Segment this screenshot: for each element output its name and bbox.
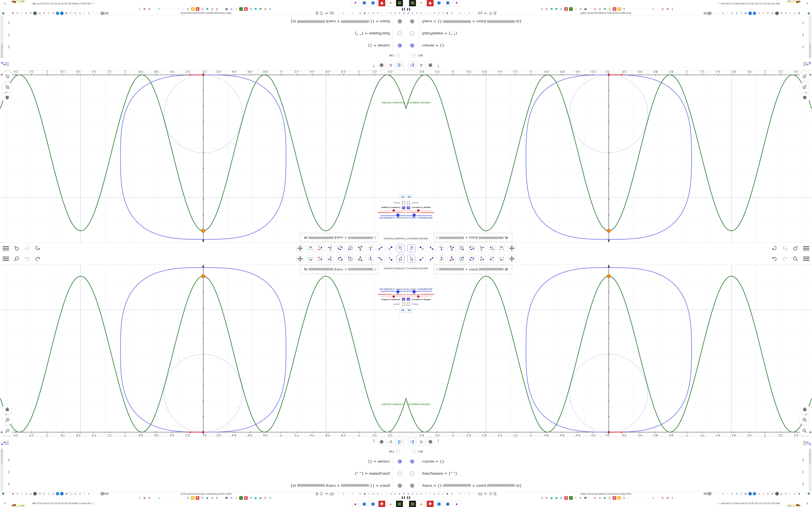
tray-expand-chevron[interactable]: ∧ [806,502,808,505]
tool-reflect-about-line[interactable] [488,255,496,263]
browser-tab-favicon[interactable]: G [263,496,267,500]
browser-tab-favicon[interactable]: ◉ [550,7,553,11]
trash-icon[interactable]: ▯ [762,12,765,15]
browser-tab-favicon[interactable]: ◌ [152,7,156,11]
globe-icon[interactable]: ⊕ [433,12,436,15]
browser-tab-favicon[interactable]: ◌ [632,7,636,11]
kebab-menu-icon[interactable]: ••• [438,65,439,68]
browser-tab-favicon[interactable]: G [598,7,602,11]
gear-icon[interactable]: ✱ [744,12,747,15]
thumbs-icon[interactable]: ✓ [789,12,792,15]
browser-tab-favicon[interactable]: ▲ [191,496,195,500]
browser-tab-favicon[interactable]: G [230,7,233,11]
tool-move-graphics-view[interactable] [296,244,304,252]
letter-ld-icon[interactable]: D [775,492,779,495]
headset-icon[interactable]: ∩ [424,12,427,15]
undo-button[interactable] [770,244,779,252]
curve-point[interactable] [202,275,205,278]
browser-tab-favicon[interactable]: ◉ [259,7,262,11]
firefox-icon[interactable]: ● [441,492,445,495]
tracing-checkbox[interactable] [407,302,410,306]
browser-tab-favicon[interactable]: Я [196,496,199,500]
curve-point[interactable] [607,275,610,278]
firefox-icon[interactable]: ● [441,12,445,15]
browser-tab-favicon[interactable]: ✱ [143,496,146,500]
browser-tab-favicon[interactable]: G [268,496,272,500]
arc-position-point[interactable] [202,74,204,76]
algebra-panel-icon[interactable] [1,440,9,448]
wrench-icon[interactable]: ✕ [437,492,440,495]
algebra-row[interactable]: curves = {} ••• [0,456,406,468]
home-button[interactable] [800,93,810,103]
browser-tab-favicon[interactable]: ◌ [220,7,223,11]
undo-button[interactable] [33,244,42,252]
browser-tab-favicon[interactable]: ◉ [254,496,257,500]
arc-length-slider[interactable] [380,291,406,292]
tool-move-graphics-view[interactable] [296,255,304,263]
browser-tab-favicon[interactable]: ◌ [637,496,641,500]
record-icon[interactable]: ● [51,12,55,15]
record-icon[interactable]: ● [757,12,761,15]
download-icon[interactable]: ↓ [726,12,729,15]
row-kebab-icon[interactable]: ••• [8,33,9,36]
monitor-app-icon[interactable]: ▦ [369,501,377,507]
terminal-app-icon[interactable]: ▤ [396,501,403,507]
tool-perpendicular-line[interactable] [367,255,374,263]
tool-ellipse[interactable] [468,255,475,263]
tool-perpendicular-line[interactable] [367,244,374,252]
browser-tab-favicon[interactable]: ƒ [138,7,141,11]
firefox-icon[interactable]: ● [367,492,371,495]
collapse-button[interactable]: − [412,450,416,453]
row-kebab-icon[interactable]: ••• [8,45,9,48]
map-pin-icon[interactable]: ▼ [402,492,406,495]
browser-tab-favicon[interactable]: G [545,7,549,11]
floppy64-app-icon[interactable]: ▣ [444,0,451,6]
collapse-button[interactable]: − [396,450,400,453]
menu-button[interactable] [1,244,10,252]
headset-icon[interactable]: ∩ [380,492,384,495]
globe-icon[interactable]: ⊕ [415,12,418,15]
page-action-dot-icon[interactable]: ⊙ [342,492,345,495]
oval-icon[interactable]: ◯ [69,492,73,495]
letter-ld-icon[interactable]: D [34,492,37,495]
scrollbar[interactable] [0,449,3,492]
down-circle-icon[interactable]: ↓ [56,12,59,15]
browser-tab-favicon[interactable]: ◉ [550,496,553,500]
download-icon[interactable]: ↓ [83,492,86,495]
oval-icon[interactable]: ◯ [69,12,73,15]
browser-tab-favicon[interactable]: G [574,7,577,11]
olive-dot-icon[interactable]: ● [398,492,401,495]
visibility-toggle[interactable] [410,484,414,488]
graphics-view[interactable]: -2.4-2.2-2-1.8-1.6-1.4-1.2-1-0.8-0.6-0.4… [406,71,812,243]
download-icon[interactable]: ↓ [726,492,729,495]
zoom-in-button[interactable] [800,82,810,92]
headset-icon[interactable]: ∩ [428,12,432,15]
browser-tab-favicon[interactable]: G [574,496,577,500]
tracing-checkbox[interactable] [402,302,405,306]
browser-tab-favicon[interactable]: ◌ [167,7,170,11]
graphics-view[interactable]: -2.4-2.2-2-1.8-1.6-1.4-1.2-1-0.8-0.6-0.4… [406,264,812,436]
globe-icon[interactable]: ⊕ [419,492,423,495]
page-action-dot-icon[interactable]: ⊙ [458,492,461,495]
browser-tab-favicon[interactable]: G [579,7,582,11]
browser-tab-favicon[interactable]: ● [651,496,655,500]
algebra-panel-icon[interactable] [803,59,811,67]
visibility-toggle[interactable] [410,471,414,475]
firefox-app-icon[interactable]: ● [418,0,425,6]
arc-length-slider[interactable] [406,291,432,292]
tool-line[interactable] [376,244,385,252]
browser-tab-favicon[interactable]: ◉ [603,7,607,11]
arc-position-slider-knob[interactable] [393,209,395,212]
visibility-toggle[interactable] [398,44,402,48]
browser-tab-favicon[interactable]: ● [157,496,161,500]
headset-icon[interactable]: ∩ [424,492,427,495]
browser-tab-favicon[interactable]: G [559,496,563,500]
shield-icon[interactable]: ◈ [779,492,783,495]
globe-orange-icon[interactable]: ⊕ [43,12,46,15]
trash-icon[interactable]: ▯ [47,492,50,495]
browser-tab-favicon[interactable]: i [201,7,204,11]
page-action-dot-icon[interactable]: ⊙ [458,12,461,15]
translate-icon[interactable]: A [708,492,711,495]
settings-app-icon[interactable]: ✱ [426,501,434,507]
tool-slider[interactable]: a = 2 [498,244,506,252]
